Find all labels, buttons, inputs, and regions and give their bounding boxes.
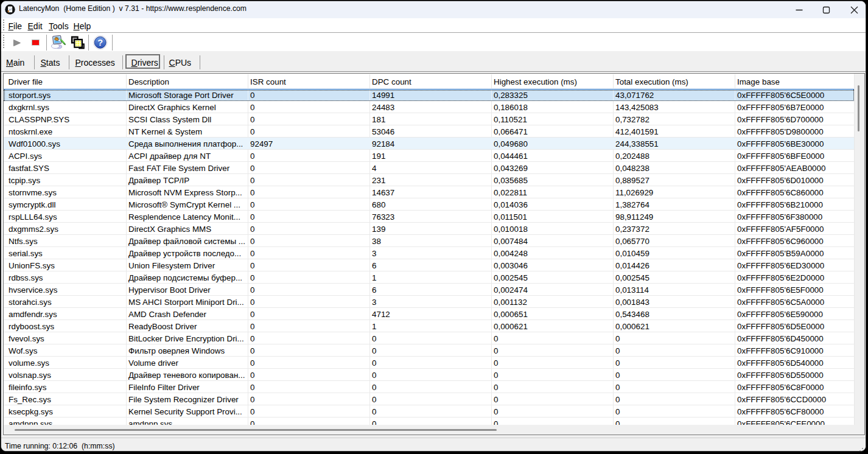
svg-text:?: ?	[97, 38, 103, 47]
